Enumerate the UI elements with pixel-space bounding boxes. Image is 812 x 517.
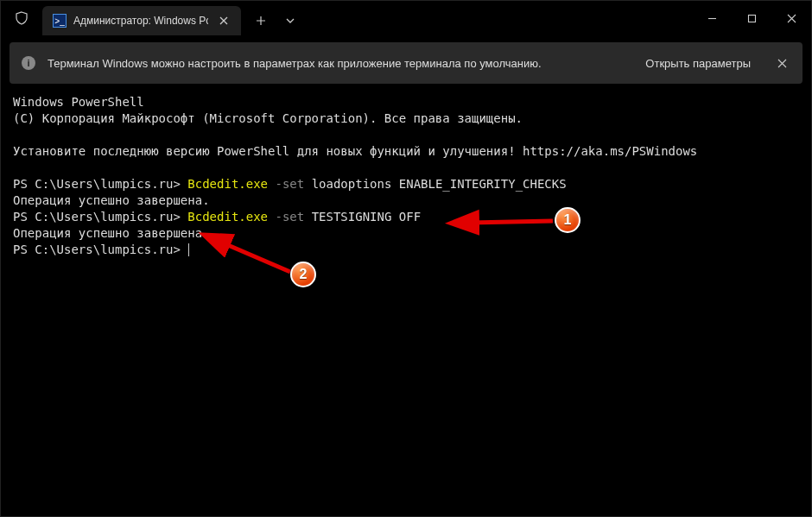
ps-header-1: Windows PowerShell	[13, 95, 144, 109]
app-shield-icon	[1, 1, 42, 35]
infobar: i Терминал Windows можно настроить в пар…	[10, 42, 802, 84]
terminal-output[interactable]: Windows PowerShell (C) Корпорация Майкро…	[1, 89, 811, 516]
new-tab-button[interactable]	[246, 8, 276, 34]
maximize-button[interactable]	[732, 1, 771, 35]
tab-dropdown-button[interactable]	[276, 8, 305, 34]
minimize-button[interactable]	[692, 1, 732, 35]
prompt-3: PS C:\Users\lumpics.ru>	[13, 243, 181, 256]
cmd1-args: loadoptions ENABLE_INTEGRITY_CHECKS	[312, 177, 567, 191]
cmd2-args: TESTSIGNING OFF	[312, 210, 421, 224]
ps-install-msg: Установите последнюю версию PowerShell д…	[13, 144, 697, 158]
terminal-window: >_ Администратор: Windows Po	[0, 0, 812, 517]
tab-title: Администратор: Windows Po	[73, 15, 208, 27]
cmd2-flag: -set	[275, 210, 304, 224]
infobar-close-button[interactable]	[770, 51, 794, 75]
svg-rect-0	[748, 15, 755, 22]
prompt-2: PS C:\Users\lumpics.ru>	[13, 210, 181, 224]
ps-header-2: (C) Корпорация Майкрософт (Microsoft Cor…	[13, 111, 523, 125]
cursor	[188, 243, 189, 256]
infobar-message: Терминал Windows можно настроить в парам…	[48, 57, 626, 70]
cmd1-flag: -set	[275, 177, 304, 191]
info-icon: i	[22, 56, 35, 70]
cmd1-exe: Bcdedit.exe	[187, 177, 268, 191]
prompt-1: PS C:\Users\lumpics.ru>	[13, 177, 181, 191]
close-window-button[interactable]	[771, 1, 811, 35]
result-1: Операция успешно завершена.	[13, 193, 210, 207]
result-2: Операция успешно завершена	[13, 226, 202, 240]
tab-close-button[interactable]	[215, 12, 232, 29]
tab-actions	[246, 6, 305, 35]
window-controls	[692, 1, 811, 35]
cmd2-exe: Bcdedit.exe	[187, 210, 268, 224]
open-settings-link[interactable]: Открыть параметры	[638, 54, 758, 73]
titlebar: >_ Администратор: Windows Po	[1, 1, 811, 35]
powershell-icon: >_	[53, 14, 67, 28]
tab-active[interactable]: >_ Администратор: Windows Po	[42, 6, 241, 35]
